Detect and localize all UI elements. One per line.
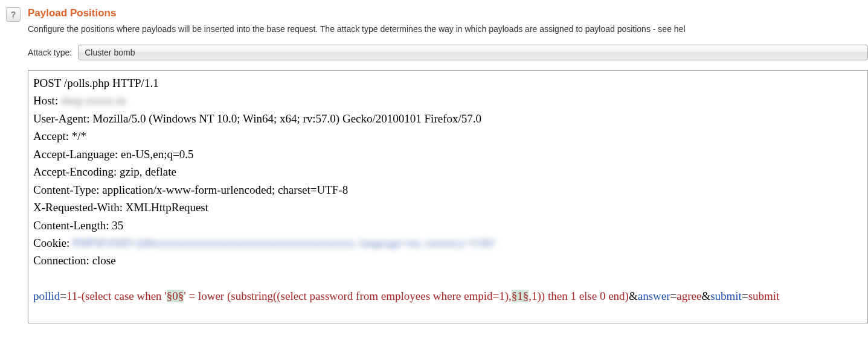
request-editor[interactable]: POST /polls.php HTTP/1.1 Host: shop.xxxx… xyxy=(28,70,868,323)
content-length-line: Content-Length: 35 xyxy=(33,217,863,234)
attack-type-select[interactable]: Cluster bomb xyxy=(78,45,868,60)
host-line: Host: shop.xxxxx.in xyxy=(33,92,863,109)
section-title: Payload Positions xyxy=(28,7,868,19)
request-line: POST /polls.php HTTP/1.1 xyxy=(33,74,863,92)
cookie-line: Cookie: PHPSESSID=jh8xxxxxxxxxxxxxxxxxxx… xyxy=(33,234,863,252)
cookie-redacted: PHPSESSID=jh8xxxxxxxxxxxxxxxxxxxxxxxxxxx… xyxy=(72,237,494,249)
attack-type-label: Attack type: xyxy=(28,48,72,57)
accept-language-line: Accept-Language: en-US,en;q=0.5 xyxy=(33,145,863,163)
param-pollid: pollid xyxy=(33,290,60,302)
help-button[interactable]: ? xyxy=(6,7,21,22)
attack-type-value: Cluster bomb xyxy=(85,48,135,57)
payload-marker-2[interactable]: §1§ xyxy=(512,290,529,302)
section-description: Configure the positions where payloads w… xyxy=(28,24,868,34)
accept-line: Accept: */* xyxy=(33,127,863,145)
blank-line xyxy=(33,270,863,287)
payload-marker-1[interactable]: §0§ xyxy=(167,290,184,302)
param-submit: submit xyxy=(710,290,742,302)
x-requested-with-line: X-Requested-With: XMLHttpRequest xyxy=(33,199,863,216)
accept-encoding-line: Accept-Encoding: gzip, deflate xyxy=(33,163,863,180)
help-icon: ? xyxy=(11,10,16,19)
body-line: pollid=11-(select case when '§0§' = lowe… xyxy=(33,287,863,305)
connection-line: Connection: close xyxy=(33,252,863,269)
user-agent-line: User-Agent: Mozilla/5.0 (Windows NT 10.0… xyxy=(33,110,863,127)
host-redacted: shop.xxxxx.in xyxy=(61,94,126,107)
param-answer: answer xyxy=(638,290,670,302)
content-type-line: Content-Type: application/x-www-form-url… xyxy=(33,181,863,199)
